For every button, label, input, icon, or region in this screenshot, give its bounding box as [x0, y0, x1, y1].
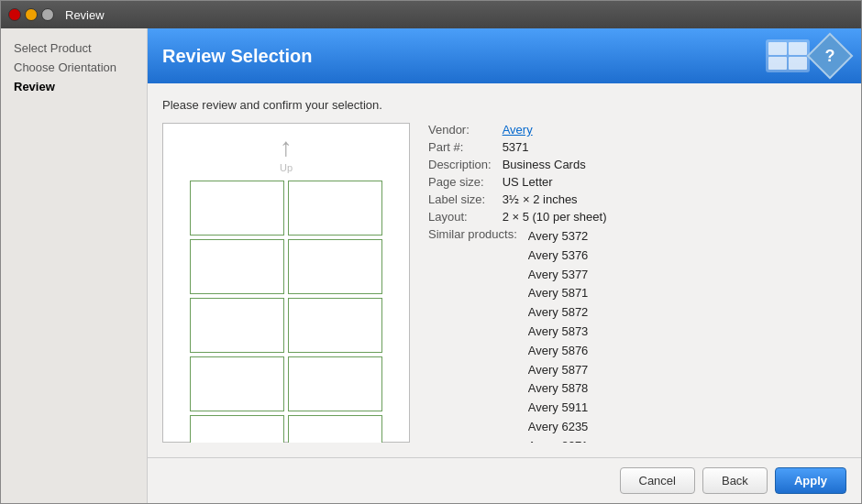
- header-icon-group: ?: [766, 39, 846, 72]
- page-size-value: US Letter: [503, 175, 846, 189]
- close-button[interactable]: [8, 8, 21, 21]
- help-icon[interactable]: ?: [807, 33, 854, 80]
- similar-products-list[interactable]: Avery 5372Avery 5376Avery 5377Avery 5871…: [528, 227, 846, 443]
- label-cell-9: [190, 415, 284, 443]
- similar-product-item[interactable]: Avery 5872: [528, 303, 846, 323]
- label-cell-4: [288, 239, 382, 294]
- label-cell-10: [288, 415, 382, 443]
- body-content: ↑ Up: [162, 123, 846, 443]
- similar-products-row: Similar products: Avery 5372Avery 5376Av…: [428, 227, 846, 443]
- similar-product-item[interactable]: Avery 5871: [528, 284, 846, 303]
- sidebar: Select Product Choose Orientation Review: [1, 28, 148, 503]
- similar-list-container: Avery 5372Avery 5376Avery 5377Avery 5871…: [528, 227, 846, 443]
- similar-product-item[interactable]: Avery 5911: [528, 399, 846, 418]
- similar-product-item[interactable]: Avery 8271: [528, 437, 846, 443]
- label-grid: [190, 181, 382, 443]
- page-size-label: Page size:: [428, 175, 492, 189]
- label-size-label: Label size:: [428, 192, 492, 206]
- up-label: Up: [280, 162, 293, 173]
- similar-label: Similar products:: [428, 227, 517, 443]
- similar-product-item[interactable]: Avery 5873: [528, 323, 846, 342]
- header-banner: Review Selection ?: [148, 28, 861, 83]
- similar-product-item[interactable]: Avery 5376: [528, 247, 846, 266]
- main-window: Review Select Product Choose Orientation…: [0, 0, 862, 504]
- label-cell-6: [288, 298, 382, 353]
- titlebar: Review: [1, 1, 861, 28]
- sidebar-item-review[interactable]: Review: [8, 78, 139, 95]
- sidebar-item-select-product[interactable]: Select Product: [8, 39, 139, 57]
- label-cell-2: [288, 181, 382, 236]
- maximize-button[interactable]: [41, 8, 54, 21]
- label-cell-5: [190, 298, 284, 353]
- grid-cell-4: [789, 57, 807, 70]
- grid-cell-3: [768, 57, 787, 70]
- cancel-button[interactable]: Cancel: [620, 467, 695, 494]
- similar-product-item[interactable]: Avery 5877: [528, 361, 846, 380]
- vendor-value[interactable]: Avery: [503, 123, 846, 137]
- main-layout: Select Product Choose Orientation Review…: [1, 28, 861, 503]
- similar-product-item[interactable]: Avery 5372: [528, 227, 846, 247]
- description-value: Business Cards: [503, 158, 846, 171]
- similar-product-item[interactable]: Avery 5377: [528, 266, 846, 285]
- minimize-button[interactable]: [25, 8, 38, 21]
- content-area: Review Selection ? Please review and con…: [148, 28, 861, 503]
- back-button[interactable]: Back: [702, 467, 768, 494]
- apply-button[interactable]: Apply: [775, 467, 846, 494]
- window-controls: [8, 8, 54, 21]
- page-title: Review Selection: [162, 46, 312, 67]
- sidebar-item-choose-orientation[interactable]: Choose Orientation: [8, 59, 139, 76]
- similar-product-item[interactable]: Avery 5876: [528, 342, 846, 361]
- grid-icon: [766, 39, 810, 72]
- grid-cell-2: [789, 42, 807, 55]
- label-cell-8: [288, 356, 382, 411]
- similar-product-item[interactable]: Avery 5878: [528, 379, 846, 399]
- details-table: Vendor: Avery Part #: 5371 Description: …: [428, 123, 846, 224]
- body-area: Please review and confirm your selection…: [148, 83, 861, 457]
- layout-value: 2 × 5 (10 per sheet): [503, 210, 846, 224]
- window-title: Review: [65, 8, 105, 22]
- label-cell-1: [190, 181, 284, 236]
- footer: Cancel Back Apply: [148, 457, 861, 503]
- similar-product-item[interactable]: Avery 6235: [528, 418, 846, 437]
- description-label: Description:: [428, 158, 492, 171]
- label-cell-3: [190, 239, 284, 294]
- layout-label: Layout:: [428, 210, 492, 224]
- label-size-value: 3¹⁄₂ × 2 inches: [503, 192, 846, 206]
- part-label: Part #:: [428, 140, 492, 154]
- part-value: 5371: [503, 140, 846, 154]
- details-panel: Vendor: Avery Part #: 5371 Description: …: [428, 123, 846, 443]
- label-preview-panel: ↑ Up: [162, 123, 410, 443]
- vendor-label: Vendor:: [428, 123, 492, 137]
- up-arrow-icon: ↑: [280, 135, 293, 160]
- label-cell-7: [190, 356, 284, 411]
- grid-cell-1: [768, 42, 787, 55]
- body-subtitle: Please review and confirm your selection…: [162, 98, 846, 112]
